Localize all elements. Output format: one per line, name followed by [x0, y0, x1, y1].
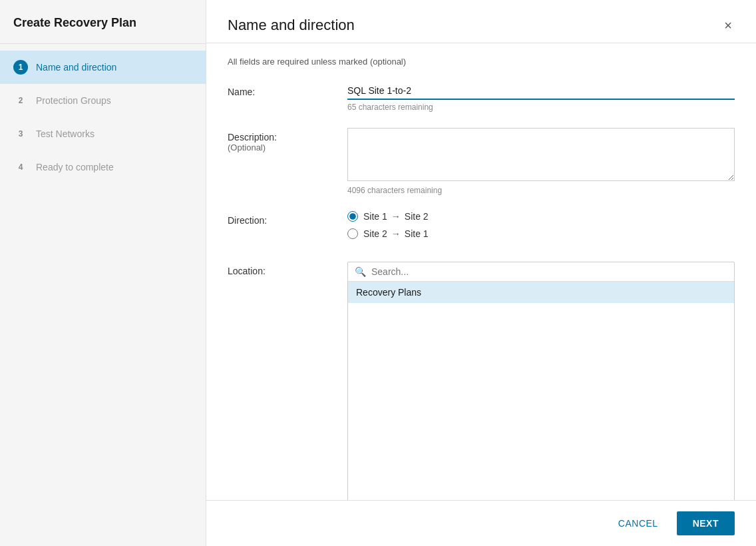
close-button[interactable]: × — [721, 16, 735, 35]
search-icon: 🔍 — [355, 266, 366, 277]
location-label: Location: — [228, 262, 347, 276]
name-input[interactable] — [347, 83, 735, 100]
location-row: Location: 🔍 Recovery Plans — [228, 262, 735, 500]
name-label: Name: — [228, 83, 347, 97]
direction-label: Direction: — [228, 211, 347, 226]
direction-radio-2[interactable] — [347, 228, 358, 239]
page-title: Name and direction — [228, 17, 355, 34]
name-control: 65 characters remaining — [347, 83, 735, 112]
step-num-3: 3 — [13, 127, 28, 141]
main-content: Name and direction × All fields are requ… — [206, 0, 756, 546]
description-textarea[interactable] — [347, 128, 735, 181]
description-label: Description: (Optional) — [228, 128, 347, 152]
arrow-icon-2: → — [391, 228, 401, 239]
location-dropdown: 🔍 Recovery Plans — [347, 262, 735, 500]
description-chars-remaining: 4096 characters remaining — [347, 186, 735, 195]
required-note: All fields are required unless marked (o… — [228, 57, 735, 67]
direction-control: Site 1 → Site 2 Site 2 → Site 1 — [347, 211, 735, 246]
sidebar-step-2[interactable]: 2 Protection Groups — [0, 84, 206, 117]
location-item-1[interactable]: Recovery Plans — [348, 282, 734, 303]
step-label-1: Name and direction — [36, 62, 116, 73]
direction-label-1: Site 1 → Site 2 — [363, 211, 429, 222]
step-num-2: 2 — [13, 93, 28, 108]
direction-label-2: Site 2 → Site 1 — [363, 228, 429, 239]
sidebar-step-3[interactable]: 3 Test Networks — [0, 117, 206, 150]
search-row: 🔍 — [348, 262, 734, 282]
direction-row: Direction: Site 1 → Site 2 Site 2 → Site… — [228, 211, 735, 246]
direction-option-1[interactable]: Site 1 → Site 2 — [347, 211, 735, 222]
name-chars-remaining: 65 characters remaining — [347, 103, 735, 112]
step-num-1: 1 — [13, 60, 28, 75]
description-control: 4096 characters remaining — [347, 128, 735, 195]
step-label-3: Test Networks — [36, 129, 94, 139]
sidebar-steps: 1 Name and direction 2 Protection Groups… — [0, 44, 206, 190]
direction-option-2[interactable]: Site 2 → Site 1 — [347, 228, 735, 239]
sidebar-step-4[interactable]: 4 Ready to complete — [0, 150, 206, 184]
location-search-input[interactable] — [371, 266, 727, 277]
description-row: Description: (Optional) 4096 characters … — [228, 128, 735, 195]
main-body: All fields are required unless marked (o… — [206, 43, 756, 500]
step-num-4: 4 — [13, 160, 28, 174]
main-footer: CANCEL NEXT — [206, 500, 756, 546]
step-label-4: Ready to complete — [36, 162, 114, 172]
main-header: Name and direction × — [206, 0, 756, 43]
sidebar: Create Recovery Plan 1 Name and directio… — [0, 0, 206, 546]
sidebar-step-1[interactable]: 1 Name and direction — [0, 51, 206, 84]
step-label-2: Protection Groups — [36, 95, 111, 106]
location-list: Recovery Plans — [348, 282, 734, 500]
arrow-icon-1: → — [391, 211, 401, 222]
direction-radio-1[interactable] — [347, 211, 358, 222]
sidebar-title: Create Recovery Plan — [0, 0, 206, 44]
name-row: Name: 65 characters remaining — [228, 83, 735, 112]
next-button[interactable]: NEXT — [677, 511, 735, 535]
cancel-button[interactable]: CANCEL — [608, 513, 669, 534]
location-control: 🔍 Recovery Plans — [347, 262, 735, 500]
